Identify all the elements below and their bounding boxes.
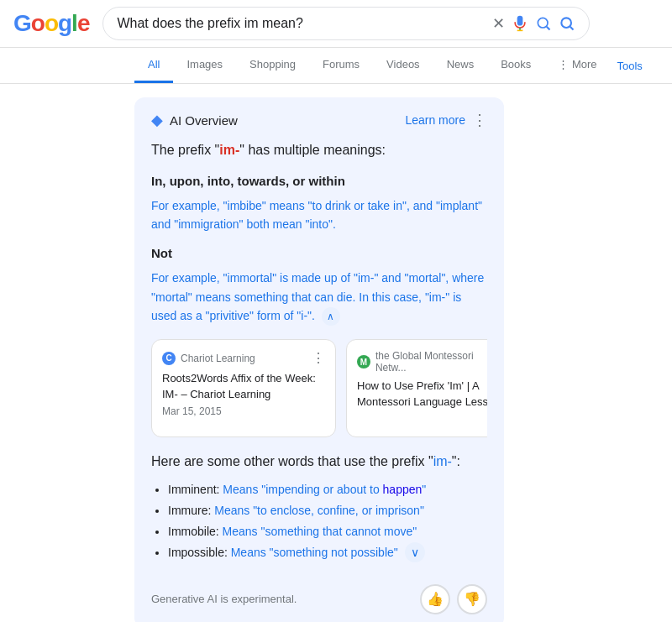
source-site-2: M the Global Montessori Netw... — [357, 350, 487, 374]
source-cards: C Chariot Learning ⋮ Roots2Words Affix o… — [151, 339, 487, 440]
tab-forums[interactable]: Forums — [309, 48, 373, 83]
source-card-header-2: M the Global Montessori Netw... ⋮ — [357, 350, 487, 374]
tab-news[interactable]: News — [433, 48, 488, 83]
thumbs-down-button[interactable]: 👎 — [457, 584, 487, 614]
collapse-button[interactable]: ∧ — [322, 307, 340, 326]
word-list: Imminent: Means "impending or about to h… — [151, 479, 487, 564]
ai-overview-actions: Learn more ⋮ — [405, 111, 487, 129]
more-options-button[interactable]: ⋮ — [472, 111, 487, 129]
word-def-1: Means "impending or about to happen" — [223, 483, 426, 496]
list-item: Imminent: Means "impending or about to h… — [168, 479, 487, 500]
card-title-1: Roots2Words Affix of the Week: IM- – Cha… — [162, 371, 325, 401]
card-title-2: How to Use Prefix 'Im' | A Montessori La… — [357, 379, 487, 409]
word-def-4: Means "something not possible" — [231, 546, 398, 559]
prefix-highlight: im- — [219, 143, 239, 157]
svg-line-3 — [547, 27, 550, 30]
svg-point-4 — [562, 18, 572, 28]
chariot-icon: C — [162, 352, 176, 365]
ai-overview-header: ◆ AI Overview Learn more ⋮ — [151, 111, 487, 129]
tab-books[interactable]: Books — [487, 48, 544, 83]
words-prefix: im- — [433, 454, 452, 468]
voice-search-button[interactable] — [512, 15, 528, 32]
source-card-montessori[interactable]: M the Global Montessori Netw... ⋮ How to… — [346, 339, 487, 436]
ai-diamond-icon: ◆ — [151, 111, 163, 129]
header: Google ✕ — [0, 0, 672, 48]
svg-point-2 — [538, 18, 549, 28]
lens-search-button[interactable] — [535, 15, 552, 32]
google-logo: Google — [13, 10, 89, 37]
tab-videos[interactable]: Videos — [373, 48, 433, 83]
section-text-1: For example, "imbibe" means "to drink or… — [151, 196, 487, 234]
nav-tabs: All Images Shopping Forums Videos News B… — [0, 48, 672, 84]
tab-all[interactable]: All — [134, 48, 173, 83]
words-heading: Here are some other words that use the p… — [151, 454, 487, 469]
word-name-4: Impossible: — [168, 546, 228, 559]
section-heading-2: Not — [151, 243, 487, 264]
search-bar: ✕ — [102, 7, 590, 40]
source-site-1: C Chariot Learning — [162, 352, 255, 365]
list-item: Immure: Means "to enclose, confine, or i… — [168, 500, 487, 521]
word-name-2: Immure: — [168, 504, 211, 517]
site-name-2: the Global Montessori Netw... — [375, 350, 487, 374]
source-card-header-1: C Chariot Learning ⋮ — [162, 350, 325, 366]
word-name-3: Immobile: — [168, 525, 219, 538]
list-item: Impossible: Means "something not possibl… — [168, 542, 487, 563]
site-name-1: Chariot Learning — [181, 353, 255, 364]
search-button[interactable] — [559, 15, 575, 32]
svg-line-5 — [570, 27, 574, 30]
ai-overview-title: ◆ AI Overview — [151, 111, 238, 129]
tab-images[interactable]: Images — [173, 48, 236, 83]
feedback-buttons: 👍 👎 — [420, 584, 487, 614]
card-more-1[interactable]: ⋮ — [312, 350, 325, 366]
search-input[interactable] — [117, 16, 486, 31]
word-def-3: Means "something that cannot move" — [223, 525, 417, 538]
experimental-label: Generative AI is experimental. — [151, 593, 297, 605]
section-heading-1: In, upon, into, towards, or within — [151, 171, 487, 191]
source-card-chariot[interactable]: C Chariot Learning ⋮ Roots2Words Affix o… — [151, 339, 336, 436]
card-date-1: Mar 15, 2015 — [162, 405, 325, 417]
learn-more-link[interactable]: Learn more — [405, 113, 465, 127]
montessori-icon: M — [357, 355, 370, 368]
word-def-2: Means "to enclose, confine, or imprison" — [214, 504, 424, 517]
tab-shopping[interactable]: Shopping — [236, 48, 309, 83]
list-item: Immobile: Means "something that cannot m… — [168, 521, 487, 542]
main-content: ◆ AI Overview Learn more ⋮ The prefix "i… — [0, 84, 638, 622]
tools-button[interactable]: Tools — [611, 50, 649, 82]
ai-main-heading: The prefix "im-" has multiple meanings: — [151, 139, 487, 161]
tab-more[interactable]: ⋮ More — [544, 48, 610, 83]
section-text-2: For example, "immortal" is made up of "i… — [151, 269, 487, 326]
words-section: Here are some other words that use the p… — [151, 454, 487, 564]
word-name-1: Imminent: — [168, 483, 219, 496]
thumbs-up-button[interactable]: 👍 — [420, 584, 450, 614]
show-more-button[interactable]: ∨ — [405, 542, 425, 562]
ai-overview-label: AI Overview — [170, 113, 238, 128]
ai-footer: Generative AI is experimental. 👍 👎 — [151, 578, 487, 614]
clear-button[interactable]: ✕ — [492, 14, 505, 33]
ai-overview-box: ◆ AI Overview Learn more ⋮ The prefix "i… — [134, 97, 504, 622]
ai-content: The prefix "im-" has multiple meanings: … — [151, 139, 487, 326]
